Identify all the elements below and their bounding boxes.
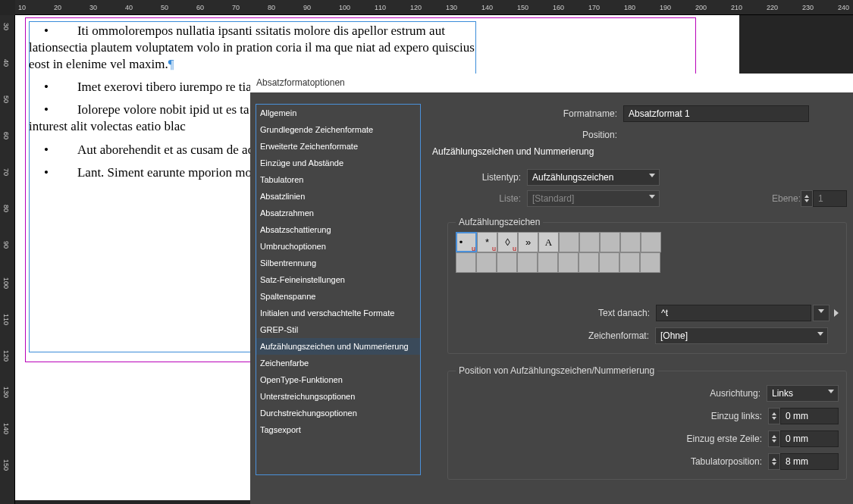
spin-buttons (801, 190, 813, 207)
bullet-glyph[interactable] (558, 252, 579, 273)
listentyp-label: Listentyp: (447, 172, 527, 183)
sidebar-item[interactable]: Durchstreichungsoptionen (256, 405, 420, 421)
bullet-glyph[interactable] (640, 252, 660, 273)
position-label: Position: (432, 130, 623, 140)
liste-value: [Standard] (532, 193, 574, 204)
text-danach-label: Text danach: (598, 308, 656, 318)
zeichenformat-label: Zeichenformat: (588, 330, 655, 341)
bullet-glyph[interactable] (517, 252, 538, 273)
sidebar-item[interactable]: Grundlegende Zeichenformate (256, 121, 420, 138)
arrow-right-icon[interactable] (834, 309, 839, 317)
chevron-down-icon (818, 309, 824, 313)
einzug-erste-input[interactable] (780, 430, 839, 447)
bullet-glyph[interactable] (476, 252, 497, 273)
zeichenformat-value: [Ohne] (660, 330, 688, 341)
sidebar-item[interactable]: Umbruchoptionen (256, 238, 420, 255)
ausrichtung-label: Ausrichtung: (513, 388, 767, 399)
paragraph[interactable]: •Iti ommolorempos nullatia ipsanti ssita… (29, 23, 484, 73)
bullet-glyph-row-2 (456, 252, 839, 273)
sidebar-item[interactable]: Tagsexport (256, 421, 420, 438)
ebene-label: Ebene: (772, 193, 801, 204)
bullet-glyph[interactable] (559, 232, 579, 252)
ausrichtung-value: Links (772, 388, 793, 399)
bullet-glyph[interactable] (620, 232, 641, 252)
sidebar-item[interactable]: Zeichenfarbe (256, 355, 420, 371)
ebene-input (813, 190, 847, 207)
liste-label: Liste: (447, 193, 527, 204)
sidebar-item[interactable]: Absatzrahmen (256, 205, 420, 221)
chevron-down-icon (649, 195, 655, 199)
bullet-character-group: Aufzählungszeichen •u*u◊u»A Text danach:… (447, 222, 847, 354)
bullet-glyph[interactable]: A (538, 232, 559, 252)
text-danach-input[interactable] (656, 305, 811, 321)
bullet-character-legend: Aufzählungszeichen (456, 217, 543, 227)
bullet-glyph[interactable]: ◊u (497, 232, 518, 252)
bullet-position-group: Position von Aufzählungszeichen/Nummerie… (447, 371, 847, 480)
einzug-links-label: Einzug links: (514, 411, 768, 421)
paragraph-style-options-dialog: Absatzformatoptionen AllgemeinGrundlegen… (250, 74, 853, 504)
bullet-glyph[interactable]: •u (456, 232, 477, 252)
sidebar-item[interactable]: Aufzählungszeichen und Nummerierung (256, 338, 420, 355)
bullet-glyph[interactable] (579, 252, 599, 273)
dialog-sidebar: AllgemeinGrundlegende ZeichenformateErwe… (256, 104, 421, 475)
bullet-glyph-row: •u*u◊u»A (456, 232, 839, 252)
bullet-glyph[interactable] (579, 232, 600, 252)
chevron-down-icon (649, 174, 655, 177)
einzug-erste-label: Einzug erste Zeile: (514, 434, 768, 444)
chevron-down-icon (817, 332, 823, 336)
sidebar-item[interactable]: Einzüge und Abstände (256, 155, 420, 171)
bullet-glyph[interactable] (641, 232, 661, 252)
listentyp-select[interactable]: Aufzählungszeichen (527, 169, 660, 186)
tabpos-input[interactable] (780, 453, 839, 470)
section-title: Aufzählungszeichen und Nummerierung (432, 146, 847, 157)
sidebar-item[interactable]: Absatzschattierung (256, 221, 420, 238)
zeichenformat-select[interactable]: [Ohne] (655, 327, 828, 344)
sidebar-item[interactable]: Absatzlinien (256, 188, 420, 205)
sidebar-item[interactable]: Initialen und verschachtelte Formate (256, 305, 420, 321)
sidebar-item[interactable]: Spaltenspanne (256, 288, 420, 305)
sidebar-item[interactable]: Satz-Feineinstellungen (256, 271, 420, 288)
sidebar-item[interactable]: Unterstreichungsoptionen (256, 388, 420, 405)
ruler-top: 1020304050607080901001101201301401501601… (15, 0, 853, 15)
sidebar-item[interactable]: Tabulatoren (256, 171, 420, 188)
einzug-erste-stepper[interactable] (768, 430, 839, 447)
chevron-up-icon (804, 195, 809, 198)
chevron-down-icon (804, 199, 809, 202)
format-name-label: Formatname: (432, 108, 623, 119)
einzug-links-input[interactable] (780, 408, 839, 424)
sidebar-item[interactable]: GREP-Stil (256, 321, 420, 338)
bullet-glyph[interactable]: *u (477, 232, 497, 252)
sidebar-item[interactable]: OpenType-Funktionen (256, 371, 420, 388)
bullet-glyph[interactable] (538, 252, 558, 273)
text-danach-menu[interactable] (813, 305, 829, 321)
ruler-left: 30405060708090100110120130140150 (0, 15, 15, 504)
chevron-down-icon (828, 390, 834, 393)
sidebar-item[interactable]: Silbentrennung (256, 255, 420, 271)
sidebar-item[interactable]: Allgemein (256, 105, 420, 121)
dialog-title: Absatzformatoptionen (250, 74, 853, 92)
bullet-glyph[interactable] (619, 252, 640, 273)
tabpos-label: Tabulatorposition: (514, 456, 768, 467)
bullet-glyph[interactable] (599, 252, 619, 273)
sidebar-item[interactable]: Erweiterte Zeichenformate (256, 138, 420, 155)
format-name-input[interactable] (623, 105, 809, 122)
bullet-position-legend: Position von Aufzählungszeichen/Nummerie… (456, 365, 657, 376)
listentyp-value: Aufzählungszeichen (532, 172, 613, 183)
tabpos-stepper[interactable] (768, 453, 839, 470)
bullet-glyph[interactable] (600, 232, 620, 252)
bullet-glyph[interactable] (456, 252, 476, 273)
bullet-glyph[interactable] (497, 252, 517, 273)
ausrichtung-select[interactable]: Links (767, 385, 839, 402)
ebene-stepper (801, 190, 847, 207)
einzug-links-stepper[interactable] (768, 408, 839, 424)
bullet-glyph[interactable]: » (518, 232, 538, 252)
liste-select: [Standard] (527, 190, 660, 207)
